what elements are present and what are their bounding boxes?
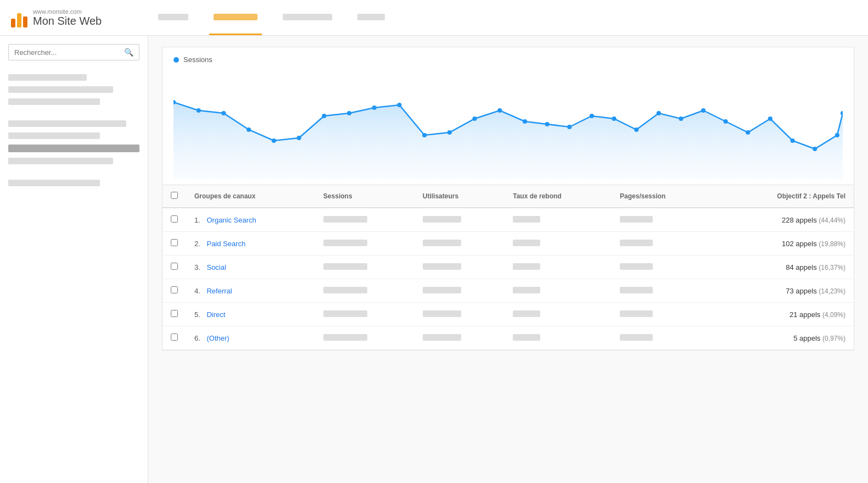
svg-point-22 xyxy=(701,108,705,113)
table-row: 4. Referral 73 appels (14,23%) xyxy=(163,279,854,303)
row-checkbox[interactable] xyxy=(171,263,178,270)
row-checkbox[interactable] xyxy=(171,334,178,341)
sidebar-item[interactable] xyxy=(8,180,100,186)
objectif-cell: 21 appels (4,09%) xyxy=(714,303,854,326)
utilisateurs-value xyxy=(423,240,461,246)
sessions-value xyxy=(323,240,367,246)
svg-point-3 xyxy=(247,127,251,132)
sidebar: 🔍 xyxy=(0,36,148,483)
appels-pct: (19,88%) xyxy=(819,240,845,248)
sessions-cell xyxy=(315,303,415,326)
channel-cell: 5. Direct xyxy=(186,303,315,326)
sessions-value xyxy=(323,334,367,341)
pages-cell xyxy=(612,208,714,232)
row-checkbox-cell[interactable] xyxy=(163,208,186,232)
pages-value xyxy=(620,287,653,293)
nav-item-2-active[interactable] xyxy=(209,0,262,35)
nav-item-3[interactable] xyxy=(278,0,337,35)
row-checkbox-cell[interactable] xyxy=(163,232,186,256)
pages-value xyxy=(620,240,653,246)
col-header-sessions: Sessions xyxy=(315,185,415,208)
svg-point-13 xyxy=(497,108,502,113)
channel-link[interactable]: Referral xyxy=(206,287,232,295)
objectif-cell: 73 appels (14,23%) xyxy=(714,279,854,303)
nav-item-1[interactable] xyxy=(154,0,193,35)
svg-point-19 xyxy=(634,127,639,132)
sidebar-item[interactable] xyxy=(8,74,87,81)
sessions-cell xyxy=(315,279,415,303)
svg-point-8 xyxy=(372,106,377,110)
svg-point-5 xyxy=(296,136,301,140)
sidebar-items xyxy=(8,71,139,186)
chart-legend: Sessions xyxy=(173,55,843,64)
channel-link[interactable]: Social xyxy=(206,263,226,271)
select-all-checkbox[interactable] xyxy=(171,192,178,199)
row-checkbox[interactable] xyxy=(171,310,178,317)
table-header: Groupes de canaux Sessions Utilisateurs … xyxy=(163,185,854,208)
svg-point-4 xyxy=(272,138,276,143)
table-row: 1. Organic Search 228 appels (44,44%) xyxy=(163,208,854,232)
sessions-value xyxy=(323,287,367,293)
row-checkbox-cell[interactable] xyxy=(163,303,186,326)
svg-point-1 xyxy=(197,108,201,113)
col-header-objectif: Objectif 2 : Appels Tel xyxy=(714,185,854,208)
channel-link[interactable]: (Other) xyxy=(206,334,229,342)
sidebar-item[interactable] xyxy=(8,158,113,164)
pages-value xyxy=(620,334,653,341)
search-input[interactable] xyxy=(14,48,124,57)
channel-link[interactable]: Paid Search xyxy=(206,240,245,248)
data-table: Groupes de canaux Sessions Utilisateurs … xyxy=(162,185,854,351)
nav-item-4[interactable] xyxy=(353,0,389,35)
row-num: 6. xyxy=(194,334,200,342)
logo-area: www.monsite.com Mon Site Web xyxy=(11,8,154,27)
sidebar-item[interactable] xyxy=(8,98,100,105)
appels-value: 5 appels xyxy=(793,334,820,342)
layout: 🔍 Sessions xyxy=(0,36,868,483)
appels-pct: (14,23%) xyxy=(819,287,845,295)
search-icon: 🔍 xyxy=(124,48,133,57)
channel-cell: 6. (Other) xyxy=(186,326,315,350)
appels-pct: (44,44%) xyxy=(819,216,845,224)
taux-cell xyxy=(505,208,612,232)
channel-cell: 3. Social xyxy=(186,256,315,279)
objectif-cell: 84 appels (16,37%) xyxy=(714,256,854,279)
channel-link[interactable]: Direct xyxy=(206,310,225,319)
table-row: 6. (Other) 5 appels (0,97%) xyxy=(163,326,854,350)
objectif-cell: 228 appels (44,44%) xyxy=(714,208,854,232)
sessions-value xyxy=(323,310,367,317)
channel-link[interactable]: Organic Search xyxy=(206,216,256,224)
svg-point-11 xyxy=(447,130,452,135)
svg-point-12 xyxy=(472,116,477,121)
utilisateurs-cell xyxy=(415,303,505,326)
pages-value xyxy=(620,310,653,317)
row-checkbox[interactable] xyxy=(171,215,178,223)
row-num: 5. xyxy=(194,310,200,319)
sidebar-item[interactable] xyxy=(8,120,126,127)
taux-value xyxy=(513,287,540,293)
row-checkbox[interactable] xyxy=(171,286,178,293)
pages-cell xyxy=(612,303,714,326)
row-checkbox[interactable] xyxy=(171,239,178,246)
svg-point-20 xyxy=(657,111,661,115)
svg-point-28 xyxy=(835,133,839,137)
taux-value xyxy=(513,334,540,341)
utilisateurs-value xyxy=(423,287,461,293)
channel-cell: 2. Paid Search xyxy=(186,232,315,256)
sidebar-item-active[interactable] xyxy=(8,145,139,152)
row-checkbox-cell[interactable] xyxy=(163,326,186,350)
taux-cell xyxy=(505,232,612,256)
svg-point-6 xyxy=(322,114,326,118)
svg-point-18 xyxy=(612,116,616,121)
taux-value xyxy=(513,310,540,317)
svg-point-17 xyxy=(590,114,594,118)
row-checkbox-cell[interactable] xyxy=(163,256,186,279)
row-checkbox-cell[interactable] xyxy=(163,279,186,303)
sidebar-item[interactable] xyxy=(8,86,113,93)
utilisateurs-value xyxy=(423,310,461,317)
table-row: 2. Paid Search 102 appels (19,88%) xyxy=(163,232,854,256)
search-box[interactable]: 🔍 xyxy=(8,44,139,60)
objectif-cell: 102 appels (19,88%) xyxy=(714,232,854,256)
sidebar-item[interactable] xyxy=(8,132,100,139)
pages-cell xyxy=(612,256,714,279)
utilisateurs-value xyxy=(423,263,461,270)
